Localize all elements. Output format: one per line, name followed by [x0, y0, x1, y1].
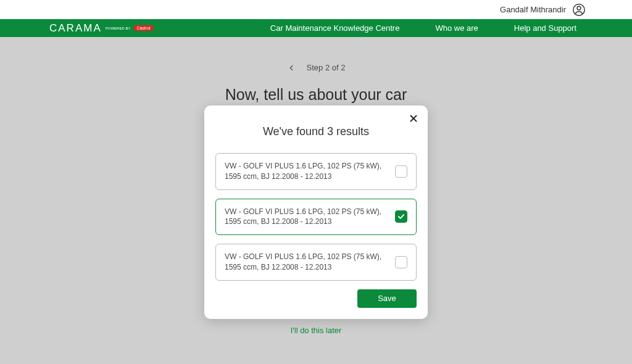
castrol-badge: Castrol — [134, 25, 152, 31]
page-title: Now, tell us about your car — [0, 86, 632, 104]
main-navbar: CARAMA POWERED BY Castrol Car Maintenanc… — [0, 19, 632, 37]
user-avatar-icon[interactable] — [572, 3, 586, 17]
result-checkbox[interactable] — [395, 165, 407, 178]
result-item[interactable]: VW - GOLF VI PLUS 1.6 LPG, 102 PS (75 kW… — [215, 244, 417, 281]
nav-link-knowledge[interactable]: Car Maintenance Knowledge Centre — [270, 23, 400, 33]
results-list: VW - GOLF VI PLUS 1.6 LPG, 102 PS (75 kW… — [215, 153, 417, 281]
result-item[interactable]: VW - GOLF VI PLUS 1.6 LPG, 102 PS (75 kW… — [215, 153, 417, 190]
topbar: Gandalf Mithrandir — [0, 0, 632, 19]
do-later-link[interactable]: I'll do this later — [0, 326, 632, 335]
save-button[interactable]: Save — [357, 289, 417, 308]
back-chevron-icon[interactable] — [287, 64, 296, 72]
result-item-label: VW - GOLF VI PLUS 1.6 LPG, 102 PS (75 kW… — [225, 161, 388, 182]
logo-text: CARAMA — [49, 22, 102, 35]
step-indicator-row: Step 2 of 2 — [0, 63, 632, 72]
modal-footer: Save — [215, 289, 417, 308]
powered-by-text: POWERED BY — [106, 27, 131, 30]
nav-link-who[interactable]: Who we are — [435, 23, 478, 33]
check-icon — [397, 212, 405, 221]
modal-title: We've found 3 results — [215, 125, 417, 138]
close-icon[interactable] — [408, 113, 419, 124]
results-modal: We've found 3 results VW - GOLF VI PLUS … — [204, 105, 428, 319]
svg-point-1 — [577, 6, 581, 10]
step-indicator-text: Step 2 of 2 — [307, 63, 346, 72]
result-item[interactable]: VW - GOLF VI PLUS 1.6 LPG, 102 PS (75 kW… — [215, 199, 417, 236]
result-item-label: VW - GOLF VI PLUS 1.6 LPG, 102 PS (75 kW… — [225, 252, 388, 273]
brand-logo[interactable]: CARAMA POWERED BY Castrol — [49, 22, 153, 35]
result-checkbox[interactable] — [395, 256, 407, 268]
nav-links: Car Maintenance Knowledge Centre Who we … — [270, 23, 576, 33]
result-checkbox[interactable] — [395, 210, 407, 223]
result-item-label: VW - GOLF VI PLUS 1.6 LPG, 102 PS (75 kW… — [225, 207, 388, 228]
current-user-name: Gandalf Mithrandir — [500, 5, 566, 14]
nav-link-help[interactable]: Help and Support — [514, 23, 576, 33]
